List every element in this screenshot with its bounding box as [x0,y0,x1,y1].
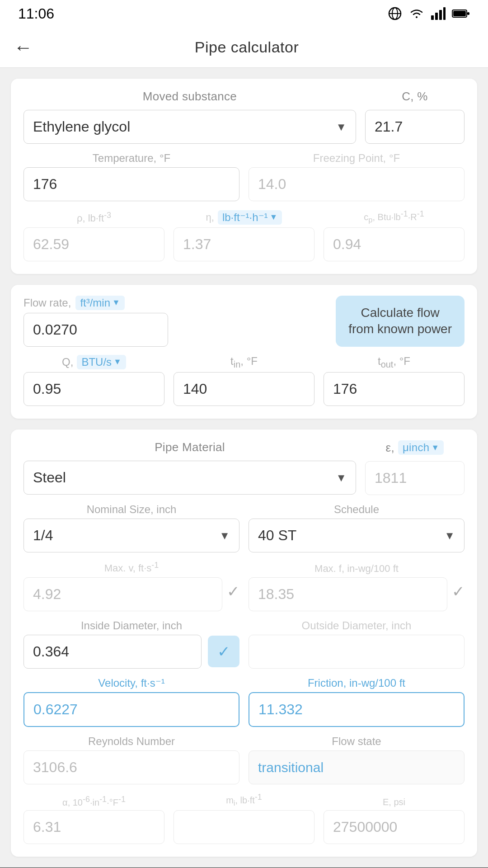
flow-rate-unit-text: ft³/min [80,297,110,309]
flow-rate-unit-arrow: ▼ [112,298,120,307]
q-label-text: Q, [62,356,73,368]
density-input [23,227,164,261]
max-f-input [249,577,447,611]
viscosity-unit-tag[interactable]: lb·ft⁻¹·h⁻¹ ▼ [218,210,282,225]
t-out-label: tout, °F [324,355,465,370]
substance-card: Moved substance Ethylene glycol ▼ C, % T… [11,79,477,274]
viscosity-label: η, lb·ft⁻¹·h⁻¹ ▼ [174,210,314,225]
calculate-flow-button[interactable]: Calculate flow from known power [336,296,465,347]
svg-rect-8 [467,12,469,15]
substance-dropdown-arrow: ▼ [336,121,347,133]
nominal-size-label: Nominal Size, inch [23,503,239,516]
substance-value: Ethylene glycol [33,118,130,135]
density-label: ρ, lb·ft-3 [23,211,164,224]
svg-rect-5 [439,10,442,20]
viscosity-label-text: η, [206,212,214,223]
flow-rate-unit-tag[interactable]: ft³/min ▼ [75,296,125,310]
viscosity-unit-text: lb·ft⁻¹·h⁻¹ [222,211,268,224]
mi-label: mi, lb·ft-1 [174,793,314,808]
t-in-input[interactable] [174,372,314,406]
velocity-input[interactable] [23,692,239,727]
battery-icon [452,9,470,19]
inside-diam-label: Inside Diameter, inch [23,619,239,632]
alpha-input [23,810,164,844]
schedule-value: 40 ST [258,527,296,544]
flow-card: Flow rate, ft³/min ▼ Calculate flow from… [11,285,477,419]
max-v-input [23,577,222,611]
nominal-size-arrow: ▼ [219,529,230,542]
calc-btn-text: Calculate flow from known power [348,305,452,338]
main-content: Moved substance Ethylene glycol ▼ C, % T… [0,68,488,868]
pipe-card: Pipe Material Steel ▼ ε, μinch ▼ [11,429,477,857]
flow-state-value: transitional [258,760,324,775]
roughness-unit-text: μinch [403,441,429,454]
flow-rate-label-text: Flow rate, [23,297,71,309]
t-in-label: tin, °F [174,355,314,370]
inside-diam-confirm-button[interactable]: ✓ [208,636,239,667]
flow-rate-input[interactable] [23,313,168,347]
heat-cap-label: cp, Btu·lb-1·R-1 [324,209,465,225]
flow-state-label: Flow state [249,735,465,748]
q-unit-text: BTU/s [81,356,112,368]
freezing-point-input[interactable] [249,167,465,201]
concentration-label: C, % [365,90,465,104]
freezing-point-label: Freezing Point, °F [249,152,465,165]
roughness-label-text: ε, [386,441,394,455]
alpha-label: α, 10-6·in-1·°F-1 [23,795,164,808]
schedule-dropdown[interactable]: 40 ST ▼ [249,519,465,552]
t-out-input[interactable] [324,372,465,406]
top-bar: ← Pipe calculator [0,27,488,68]
svg-rect-9 [453,11,466,16]
q-label: Q, BTU/s ▼ [23,355,164,369]
pipe-material-arrow: ▼ [336,472,347,484]
roughness-label: ε, μinch ▼ [365,440,465,455]
mi-input [174,810,314,844]
wifi-icon [408,7,425,20]
reynolds-label: Reynolds Number [23,735,239,748]
flow-rate-label: Flow rate, ft³/min ▼ [23,296,327,310]
page-title: Pipe calculator [46,38,447,56]
flow-state-display: transitional [249,750,465,784]
pipe-material-value: Steel [33,469,66,486]
schedule-arrow: ▼ [444,529,455,542]
pipe-material-label: Pipe Material [23,440,356,454]
data-icon [388,6,402,21]
nominal-size-dropdown[interactable]: 1/4 ▼ [23,519,239,552]
e-input [324,810,465,844]
inside-diam-input[interactable] [23,635,202,669]
pipe-material-dropdown[interactable]: Steel ▼ [23,461,356,495]
max-f-check: ✓ [452,582,465,606]
q-unit-tag[interactable]: BTU/s ▼ [77,355,126,369]
friction-label: Friction, in-wg/100 ft [249,677,465,689]
status-bar: 11:06 [0,0,488,27]
schedule-label: Schedule [249,503,465,516]
q-input[interactable] [23,372,164,406]
status-time: 11:06 [18,5,54,22]
max-v-check: ✓ [227,582,239,606]
max-f-label: Max. f, in-wg/100 ft [249,563,465,575]
roughness-input[interactable] [365,461,465,495]
temperature-input[interactable] [23,167,239,201]
roughness-unit-arrow: ▼ [431,443,439,453]
svg-rect-3 [431,15,434,20]
status-icons [388,6,470,21]
reynolds-input [23,750,239,784]
friction-input[interactable] [249,692,465,727]
outside-diam-label: Outside Diameter, inch [249,619,465,632]
svg-rect-4 [435,13,438,20]
moved-substance-label: Moved substance [23,90,356,104]
signal-icon [431,7,446,20]
viscosity-unit-arrow: ▼ [270,212,278,222]
temperature-label: Temperature, °F [23,152,239,165]
svg-rect-6 [443,7,446,20]
q-unit-arrow: ▼ [113,357,122,367]
heat-cap-input [324,227,465,261]
e-label: E, psi [324,797,465,807]
back-button[interactable]: ← [14,38,33,57]
velocity-label: Velocity, ft·s⁻¹ [23,677,239,689]
outside-diam-input [249,635,465,669]
concentration-input[interactable] [365,110,465,144]
max-v-label: Max. v, ft·s-1 [23,561,239,574]
roughness-unit-tag[interactable]: μinch ▼ [398,440,444,455]
substance-dropdown[interactable]: Ethylene glycol ▼ [23,110,356,144]
